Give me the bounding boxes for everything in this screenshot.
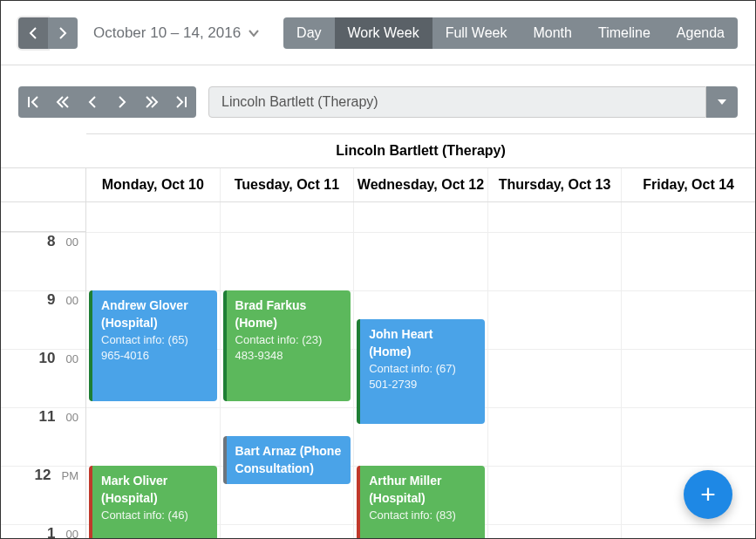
time-gutter-head [1,168,86,201]
view-tab-work-week[interactable]: Work Week [335,17,432,49]
chevron-left-icon [88,96,97,108]
appointment[interactable]: Mark Oliver (Hospital) Contact info: (46… [89,466,217,538]
appointment[interactable]: John Heart (Home) Contact info: (67) 501… [357,319,485,424]
appointment-contact: Contact info: (46) [101,508,210,524]
date-range-label: October 10 – 14, 2016 [93,24,241,42]
view-tab-full-week[interactable]: Full Week [432,17,521,49]
appointment-title: Bart Arnaz (Phone Consultation) [235,442,344,478]
chevron-double-right-icon [145,96,159,108]
calendar-resource-header: Lincoln Bartlett (Therapy) [86,133,755,167]
pager-prev-page-button[interactable] [48,86,78,118]
time-min: 00 [66,411,78,424]
day-header[interactable]: Monday, Oct 10 [86,168,221,201]
appointment[interactable]: Bart Arnaz (Phone Consultation) [223,436,351,484]
time-min: 00 [66,235,78,249]
pager-last-button[interactable] [167,86,196,118]
view-tab-agenda[interactable]: Agenda [664,17,738,49]
appointment-title: Arthur Miller (Hospital) [369,472,478,508]
prev-button[interactable] [18,17,48,49]
chevron-last-icon [175,96,187,108]
time-min: 00 [66,294,78,307]
view-tab-month[interactable]: Month [520,17,584,49]
resource-select-value: Lincoln Bartlett (Therapy) [208,86,706,118]
day-header[interactable]: Tuesday, Oct 11 [221,168,355,201]
resource-pager [18,86,196,118]
time-hour: 1 [47,525,55,538]
chevron-right-icon [58,27,67,39]
pager-first-button[interactable] [18,86,48,118]
view-tab-timeline[interactable]: Timeline [585,17,664,49]
grid-columns: Andrew Glover (Hospital) Contact info: (… [86,202,755,538]
time-min: 00 [66,352,78,365]
pager-prev-button[interactable] [78,86,107,118]
day-column[interactable]: Brad Farkus (Home) Contact info: (23) 48… [221,202,355,538]
time-hour: 10 [39,350,56,367]
calendar-grid[interactable]: 800 900 1000 1100 12PM 100 Andrew Glover… [1,202,755,538]
view-tab-day[interactable]: Day [283,17,334,49]
pager-next-button[interactable] [107,86,137,118]
view-switcher: Day Work Week Full Week Month Timeline A… [283,17,738,49]
nav-arrows [18,17,78,49]
time-min: PM [62,469,79,482]
plus-icon: + [700,480,716,509]
time-hour: 11 [39,408,56,426]
appointment[interactable]: Arthur Miller (Hospital) Contact info: (… [357,466,485,538]
appointment-contact: Contact info: (23) 483-9348 [235,332,344,365]
next-button[interactable] [48,17,78,49]
day-column[interactable]: Andrew Glover (Hospital) Contact info: (… [86,202,221,538]
resource-toolbar: Lincoln Bartlett (Therapy) [1,65,755,133]
day-header-row: Monday, Oct 10 Tuesday, Oct 11 Wednesday… [1,167,755,202]
appointment-title: Mark Oliver (Hospital) [101,472,210,508]
chevron-first-icon [27,96,39,108]
time-min: 00 [66,528,78,538]
main-toolbar: October 10 – 14, 2016 Day Work Week Full… [1,1,755,65]
chevron-left-icon [29,27,37,39]
calendar: Lincoln Bartlett (Therapy) Monday, Oct 1… [1,133,755,538]
appointment-contact: Contact info: (83) [369,508,478,524]
chevron-right-icon [118,96,126,108]
add-appointment-fab[interactable]: + [684,470,732,519]
day-header[interactable]: Wednesday, Oct 12 [354,168,488,201]
appointment[interactable]: Brad Farkus (Home) Contact info: (23) 48… [223,290,351,401]
date-range-picker[interactable]: October 10 – 14, 2016 [93,24,260,42]
time-gutter: 800 900 1000 1100 12PM 100 [1,202,86,538]
appointment-title: Brad Farkus (Home) [235,297,344,332]
day-column[interactable] [488,202,623,538]
resource-select-dropdown[interactable] [706,86,738,118]
day-header[interactable]: Friday, Oct 14 [622,168,755,201]
appointment-title: Andrew Glover (Hospital) [101,297,210,332]
resource-select[interactable]: Lincoln Bartlett (Therapy) [208,86,738,118]
appointment-contact: Contact info: (67) 501-2739 [369,361,478,394]
caret-down-icon [718,99,726,105]
appointment-title: John Heart (Home) [369,325,478,361]
time-hour: 9 [47,291,55,309]
time-hour: 12 [35,467,51,484]
chevron-double-left-icon [56,96,70,108]
pager-next-page-button[interactable] [137,86,167,118]
day-column[interactable]: John Heart (Home) Contact info: (67) 501… [354,202,488,538]
appointment[interactable]: Andrew Glover (Hospital) Contact info: (… [89,290,217,401]
day-header[interactable]: Thursday, Oct 13 [488,168,623,201]
time-hour: 8 [47,233,55,250]
chevron-down-icon [248,29,260,38]
appointment-contact: Contact info: (65) 965-4016 [101,332,210,365]
